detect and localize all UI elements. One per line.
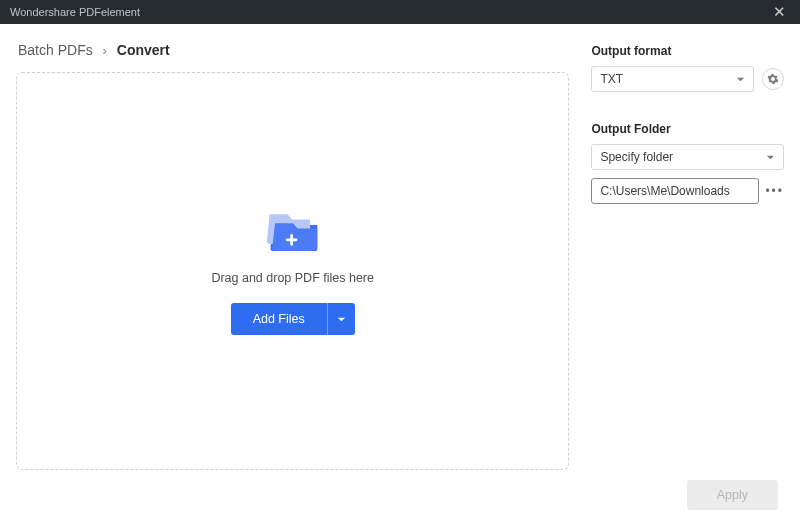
breadcrumb: Batch PDFs › Convert	[16, 38, 569, 72]
output-folder-label: Output Folder	[591, 122, 784, 136]
chevron-down-icon	[766, 153, 775, 162]
footer: Apply	[0, 470, 800, 520]
content: Batch PDFs › Convert Drag and drop PDF f…	[0, 24, 800, 520]
app-title: Wondershare PDFelement	[10, 6, 140, 18]
output-format-select[interactable]: TXT	[591, 66, 754, 92]
breadcrumb-current: Convert	[117, 42, 170, 58]
svg-rect-1	[285, 238, 297, 241]
close-icon[interactable]: ✕	[769, 3, 790, 21]
output-format-label: Output format	[591, 44, 784, 58]
output-folder-mode-select[interactable]: Specify folder	[591, 144, 784, 170]
chevron-down-icon	[337, 315, 346, 324]
file-dropzone[interactable]: Drag and drop PDF files here Add Files	[16, 72, 569, 470]
dropzone-hint: Drag and drop PDF files here	[211, 271, 374, 285]
output-folder-mode-value: Specify folder	[600, 150, 766, 164]
breadcrumb-root[interactable]: Batch PDFs	[18, 42, 93, 58]
folder-plus-icon	[266, 207, 320, 253]
browse-folder-button[interactable]: •••	[765, 184, 784, 198]
apply-button[interactable]: Apply	[687, 480, 778, 510]
chevron-right-icon: ›	[103, 43, 107, 58]
titlebar: Wondershare PDFelement ✕	[0, 0, 800, 24]
output-folder-path-input[interactable]	[591, 178, 759, 204]
add-files-dropdown[interactable]	[327, 303, 355, 335]
output-format-value: TXT	[600, 72, 736, 86]
output-format-settings-button[interactable]	[762, 68, 784, 90]
chevron-down-icon	[736, 75, 745, 84]
add-files-button[interactable]: Add Files	[231, 303, 327, 335]
gear-icon	[767, 73, 779, 85]
